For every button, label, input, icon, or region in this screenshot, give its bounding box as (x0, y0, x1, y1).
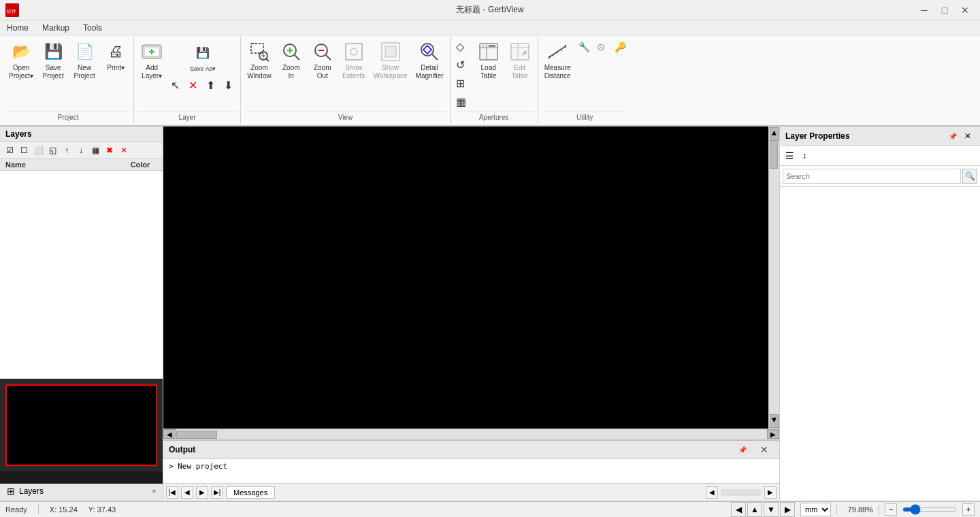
layer-down-button[interactable]: ⬇ (221, 77, 238, 94)
unit-selector[interactable]: mm in mil (800, 503, 831, 516)
scrollbar-up-arrow[interactable]: ▲ (770, 127, 779, 141)
layers-down-btn[interactable]: ↓ (74, 144, 88, 157)
edit-table-icon (509, 41, 531, 63)
scrollbar-right-arrow[interactable]: ▶ (767, 429, 779, 439)
select-icon: ↖ (171, 79, 180, 92)
show-extents-button[interactable]: ShowExtents (339, 38, 369, 83)
utility-tool-2[interactable]: ⊙ (594, 39, 610, 54)
down-icon: ⬇ (224, 79, 233, 92)
layers-close-btn[interactable]: ✕ (117, 144, 131, 157)
layers-check-btn[interactable]: ☐ (17, 144, 31, 157)
nav-prev-button[interactable]: ◀ (181, 486, 193, 499)
layers-up-btn[interactable]: ↑ (60, 144, 74, 157)
ribbon-group-layer-items: AddLayer▾ 💾 Save As▾ ↖ ✕ (137, 38, 238, 110)
messages-tab[interactable]: Messages (226, 486, 275, 499)
layers-grid-btn[interactable]: ▦ (88, 144, 102, 157)
output-close-button[interactable]: ✕ (755, 442, 774, 457)
add-layer-button[interactable]: AddLayer▾ (137, 38, 167, 83)
svg-rect-28 (482, 45, 485, 47)
aperture-btn-1[interactable]: ◇ (453, 38, 470, 55)
zoom-in-status-button[interactable]: + (962, 503, 975, 516)
output-pin-button[interactable]: 📌 (733, 442, 752, 457)
nav-last-button[interactable]: ▶| (211, 486, 223, 499)
output-header-buttons: 📌 ✕ (733, 442, 774, 457)
aperture-btn-4[interactable]: ▦ (453, 93, 470, 110)
output-h-scrollbar[interactable] (721, 489, 762, 496)
ribbon-group-project: 📂 OpenProject▾ 💾 SaveProject 📄 NewProjec… (3, 37, 134, 124)
edit-table-button[interactable]: EditTable (505, 38, 535, 83)
window-controls: ─ □ ✕ (915, 3, 975, 18)
load-table-button[interactable]: LoadTable (474, 38, 504, 83)
vertical-scrollbar[interactable]: ▲ ▼ (768, 127, 779, 429)
search-go-button[interactable]: 🔍 (962, 169, 977, 184)
horizontal-scrollbar-thumb[interactable] (176, 431, 217, 439)
layers-copy-btn[interactable]: ◱ (46, 144, 59, 157)
menu-markup[interactable]: Markup (35, 20, 76, 35)
zoom-value-display: 79.88% (843, 505, 873, 514)
zoom-out-status-button[interactable]: − (885, 503, 897, 516)
vertical-scrollbar-thumb[interactable] (770, 141, 778, 169)
status-sep-2 (836, 505, 837, 514)
minimize-button[interactable]: ─ (915, 3, 934, 18)
scrollbar-left-arrow[interactable]: ◀ (163, 429, 176, 439)
save-project-button[interactable]: 💾 SaveProject (38, 38, 68, 83)
utility-tool-3[interactable]: 🔑 (612, 39, 629, 54)
sort-list-button[interactable]: ☰ (783, 149, 796, 163)
aperture-btn-2[interactable]: ↺ (453, 56, 470, 73)
menu-home[interactable]: Home (0, 20, 35, 35)
zoom-in-button[interactable]: ZoomIn (276, 38, 306, 83)
layer-up-button[interactable]: ⬆ (203, 77, 220, 94)
utility-tool-1[interactable]: 🔧 (576, 39, 593, 54)
ribbon-group-utility: MeasureDistance 🔧 ⊙ 🔑 (538, 37, 632, 124)
zoom-out-button[interactable]: ZoomOut (308, 38, 338, 83)
horizontal-scrollbar[interactable]: ◀ ▶ (163, 429, 779, 439)
select-tool-button[interactable]: ↖ (168, 77, 184, 94)
search-input[interactable] (783, 169, 961, 184)
title-bar: 软件 无标题 - GerbView ─ □ ✕ (0, 0, 980, 20)
nav-left-button[interactable]: ◀ (731, 502, 746, 517)
canvas-main[interactable] (163, 127, 768, 429)
output-scroll-left[interactable]: ◀ (706, 486, 718, 499)
open-project-button[interactable]: 📂 OpenProject▾ (5, 38, 37, 83)
output-title: Output (169, 445, 195, 454)
scrollbar-down-arrow[interactable]: ▼ (770, 414, 779, 428)
nav-next-button[interactable]: ▶ (196, 486, 208, 499)
nav-up-button[interactable]: ▲ (747, 502, 762, 517)
show-extents-icon (343, 41, 365, 63)
show-workspace-button[interactable]: ShowWorkspace (370, 38, 411, 83)
menu-tools[interactable]: Tools (76, 20, 109, 35)
output-content: > New project (163, 459, 779, 483)
nav-down-button[interactable]: ▼ (764, 502, 779, 517)
layers-square-btn[interactable]: ⬜ (31, 144, 45, 157)
detail-magnifier-button[interactable]: DetailMagnifier (412, 38, 447, 83)
expand-left-btn[interactable]: » (152, 487, 156, 495)
ribbon-group-view: ZoomWindow ZoomIn (241, 37, 451, 124)
new-project-button[interactable]: 📄 NewProject (69, 38, 99, 83)
preview-bottom-bar (0, 471, 163, 484)
print-button[interactable]: 🖨 Print▾ (101, 38, 131, 75)
sort-az-button[interactable]: ↕ (798, 149, 811, 163)
zoom-slider[interactable] (902, 507, 957, 512)
right-panel-content (780, 187, 980, 501)
right-panel-header: Layer Properties 📌 ✕ (780, 127, 980, 146)
nav-right-button[interactable]: ▶ (780, 502, 795, 517)
aperture-btn-3[interactable]: ⊞ (453, 75, 470, 92)
delete-layer-button[interactable]: ✕ (186, 77, 202, 94)
layers-add-btn[interactable]: ☑ (3, 144, 16, 157)
measure-distance-button[interactable]: MeasureDistance (541, 38, 574, 83)
right-panel-title: Layer Properties (785, 131, 850, 141)
svg-line-23 (432, 54, 438, 60)
output-scroll-right[interactable]: ▶ (764, 486, 777, 499)
ribbon: 📂 OpenProject▾ 💾 SaveProject 📄 NewProjec… (0, 35, 980, 127)
close-button[interactable]: ✕ (956, 3, 975, 18)
zoom-window-button[interactable]: ZoomWindow (244, 38, 275, 83)
layers-delete-btn[interactable]: ✖ (103, 144, 116, 157)
right-panel-pin-button[interactable]: 📌 (946, 129, 960, 143)
status-ready: Ready (5, 505, 27, 514)
menu-bar: Home Markup Tools (0, 20, 980, 35)
right-panel-close-button[interactable]: ✕ (961, 129, 975, 143)
maximize-button[interactable]: □ (935, 3, 954, 18)
svg-text:软件: 软件 (7, 9, 16, 14)
nav-first-button[interactable]: |◀ (166, 486, 178, 499)
save-as-button[interactable]: 💾 Save As▾ (168, 39, 238, 76)
